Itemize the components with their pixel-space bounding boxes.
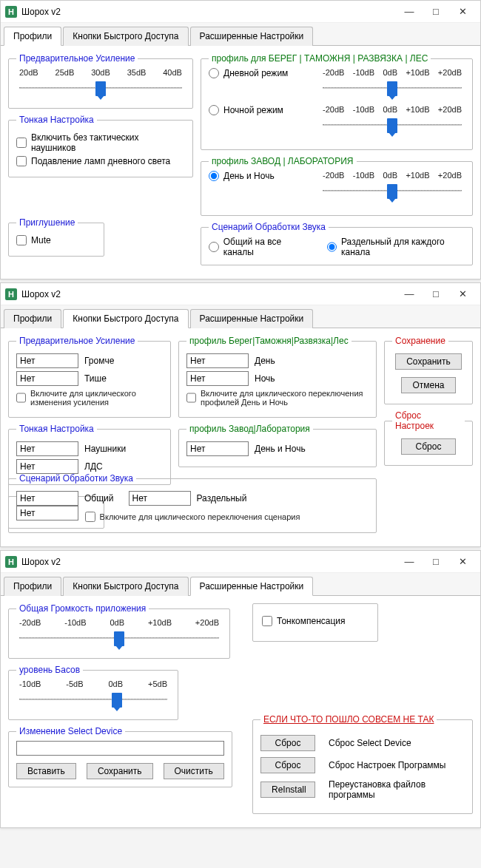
hk-scn-common-input[interactable] <box>16 491 78 506</box>
group-reset-title: Сброс Настроек <box>392 410 465 431</box>
group-scenario: Сценарий Обработки Звука Общий на все ка… <box>201 222 473 265</box>
factory-thumb[interactable] <box>387 184 397 199</box>
window-title: Шорох v2 <box>21 289 396 299</box>
bass-slider[interactable] <box>19 690 167 709</box>
group-hk-fine-title: Тонкая Настройка <box>16 424 97 434</box>
group-preamp-title: Предварительное Усиление <box>16 53 138 64</box>
group-mute-title: Приглушение <box>16 217 78 228</box>
paste-button[interactable]: Вставить <box>16 763 76 779</box>
reset-device-button[interactable]: Сброс <box>260 735 315 751</box>
volume-slider[interactable] <box>19 628 219 648</box>
clear-button[interactable]: Очистить <box>164 763 224 779</box>
tab-advanced[interactable]: Расширенные Настройки <box>190 27 314 46</box>
minimize-button[interactable]: — <box>396 2 423 21</box>
daynight-radio[interactable] <box>209 171 219 181</box>
window-title: Шорох v2 <box>21 7 396 17</box>
tab-hotkeys[interactable]: Кнопки Быстрого Доступа <box>63 27 188 46</box>
preamp-thumb[interactable] <box>95 81 106 96</box>
hk-day-input[interactable] <box>186 353 249 368</box>
hk-factory-label: День и Ночь <box>255 444 306 454</box>
hk-lds-label: ЛДС <box>84 461 103 472</box>
tone-label: Тонкомпенсация <box>277 616 346 626</box>
bass-thumb[interactable] <box>112 693 122 708</box>
mute-checkbox[interactable] <box>16 235 27 245</box>
close-button[interactable]: ✕ <box>449 2 476 21</box>
mute-label: Mute <box>31 235 51 245</box>
hk-quieter-input[interactable] <box>16 371 78 386</box>
hk-profile-main-cycle-label: Включите для циклического переключения п… <box>201 389 369 407</box>
tab-hotkeys[interactable]: Кнопки Быстрого Доступа <box>63 577 188 596</box>
close-button[interactable]: ✕ <box>449 552 476 572</box>
hk-lds-input[interactable] <box>16 459 78 474</box>
group-bass: уровень Басов -10dB -5dB 0dB +5dB <box>8 665 178 720</box>
group-preamp: Предварительное Усиление 20dB 25dB 30dB … <box>8 53 193 109</box>
hk-headphones-label: Наушники <box>84 444 126 454</box>
group-hk-scenario-title: Сценарий Обработки Звука <box>16 473 136 484</box>
reinstall-label: Переустановка файлов программы <box>329 779 465 800</box>
scenario-split-label: Раздельный для каждого канала <box>341 237 465 257</box>
factory-slider[interactable] <box>323 181 462 200</box>
tab-profiles[interactable]: Профили <box>4 577 61 596</box>
hk-factory-input[interactable] <box>186 441 249 456</box>
minimize-button[interactable]: — <box>396 285 423 304</box>
hk-profile-main-cycle-checkbox[interactable] <box>186 393 196 403</box>
group-hk-profile-factory: профиль Завод|Лаборатория День и Ночь <box>178 424 377 467</box>
window-profiles: H Шорох v2 — □ ✕ Профили Кнопки Быстрого… <box>0 0 481 279</box>
tab-profiles[interactable]: Профили <box>4 309 61 328</box>
night-radio[interactable] <box>209 105 219 115</box>
hk-louder-input[interactable] <box>16 353 78 368</box>
hk-headphones-input[interactable] <box>16 441 78 456</box>
minimize-button[interactable]: — <box>396 552 423 572</box>
tone-checkbox[interactable] <box>262 616 272 626</box>
hk-scn-cycle-checkbox[interactable] <box>85 512 95 522</box>
scenario-common-radio[interactable] <box>209 242 219 252</box>
group-save-title: Сохранение <box>392 336 448 346</box>
group-volume-title: Общая Громкость приложения <box>16 603 149 614</box>
fine-headphones-checkbox[interactable] <box>16 138 27 148</box>
tab-hotkeys[interactable]: Кнопки Быстрого Доступа <box>63 309 188 328</box>
hk-night-input[interactable] <box>186 371 249 386</box>
night-thumb[interactable] <box>387 118 397 133</box>
group-fine: Тонкая Настройка Включить без тактически… <box>8 115 193 177</box>
group-reset: Сброс Настроек Сброс <box>384 410 473 466</box>
tab-profiles[interactable]: Профили <box>4 27 61 46</box>
reset-button[interactable]: Сброс <box>401 438 456 455</box>
scenario-split-radio[interactable] <box>327 242 337 252</box>
save-button[interactable]: Сохранить <box>395 353 462 370</box>
app-icon: H <box>5 6 17 18</box>
group-panic-title: ЕСЛИ ЧТО-ТО ПОШЛО СОВСЕМ НЕ ТАК <box>260 714 437 725</box>
hk-night-label: Ночь <box>255 373 275 384</box>
reinstall-button[interactable]: ReInstall <box>260 781 315 798</box>
group-hk-profile-main-title: профиль Берег|Таможня|Развязка|Лес <box>186 336 352 346</box>
tab-advanced[interactable]: Расширенные Настройки <box>190 577 314 596</box>
day-thumb[interactable] <box>387 81 397 96</box>
select-device-input[interactable] <box>16 741 224 756</box>
hk-preamp-cycle-label: Включите для циклического изменения усил… <box>30 389 163 407</box>
night-slider[interactable] <box>323 115 462 135</box>
reset-settings-button[interactable]: Сброс <box>260 757 315 773</box>
day-slider[interactable] <box>323 78 462 98</box>
fine-lds-checkbox[interactable] <box>16 156 27 166</box>
preamp-slider[interactable] <box>19 78 182 98</box>
app-icon: H <box>5 556 17 568</box>
save-device-button[interactable]: Сохранить <box>87 763 153 779</box>
cancel-button[interactable]: Отмена <box>401 377 456 393</box>
fine-headphones-label: Включить без тактических наушников <box>31 132 185 153</box>
volume-thumb[interactable] <box>114 631 124 646</box>
hk-quieter-label: Тише <box>84 373 107 384</box>
group-bass-title: уровень Басов <box>16 665 83 675</box>
day-radio[interactable] <box>209 68 219 78</box>
tab-advanced[interactable]: Расширенные Настройки <box>190 309 314 328</box>
tab-strip: Профили Кнопки Быстрого Доступа Расширен… <box>1 305 480 328</box>
group-volume: Общая Громкость приложения -20dB -10dB 0… <box>8 603 230 659</box>
group-profile-main: профиль для БЕРЕГ | ТАМОЖНЯ | РАЗВЯЗКА |… <box>201 53 473 150</box>
night-label: Ночной режим <box>223 105 283 115</box>
maximize-button[interactable]: □ <box>423 2 449 21</box>
day-label: Дневной режим <box>223 68 288 78</box>
maximize-button[interactable]: □ <box>423 285 449 304</box>
close-button[interactable]: ✕ <box>449 285 476 304</box>
group-select-device-title: Изменение Select Device <box>16 726 125 736</box>
hk-scn-split-input[interactable] <box>129 491 191 506</box>
maximize-button[interactable]: □ <box>423 552 449 572</box>
hk-preamp-cycle-checkbox[interactable] <box>16 393 26 403</box>
